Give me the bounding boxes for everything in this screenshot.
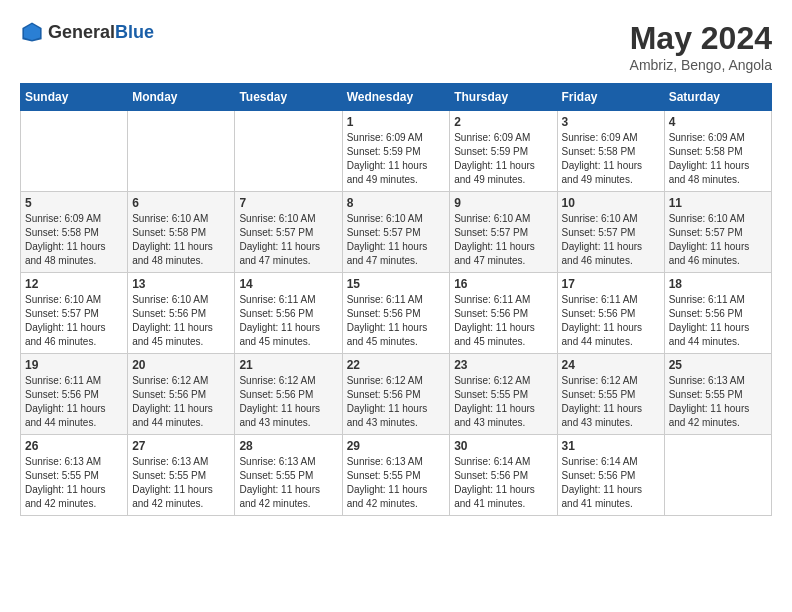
day-number: 14 [239, 277, 337, 291]
calendar-cell: 29Sunrise: 6:13 AM Sunset: 5:55 PM Dayli… [342, 435, 450, 516]
day-info: Sunrise: 6:13 AM Sunset: 5:55 PM Dayligh… [669, 374, 767, 430]
day-info: Sunrise: 6:12 AM Sunset: 5:56 PM Dayligh… [239, 374, 337, 430]
calendar-cell: 23Sunrise: 6:12 AM Sunset: 5:55 PM Dayli… [450, 354, 557, 435]
day-info: Sunrise: 6:10 AM Sunset: 5:57 PM Dayligh… [347, 212, 446, 268]
day-number: 26 [25, 439, 123, 453]
calendar-cell: 22Sunrise: 6:12 AM Sunset: 5:56 PM Dayli… [342, 354, 450, 435]
day-info: Sunrise: 6:13 AM Sunset: 5:55 PM Dayligh… [25, 455, 123, 511]
day-number: 3 [562, 115, 660, 129]
day-number: 31 [562, 439, 660, 453]
col-friday: Friday [557, 84, 664, 111]
day-number: 1 [347, 115, 446, 129]
calendar-week-row: 26Sunrise: 6:13 AM Sunset: 5:55 PM Dayli… [21, 435, 772, 516]
day-number: 11 [669, 196, 767, 210]
day-info: Sunrise: 6:10 AM Sunset: 5:57 PM Dayligh… [25, 293, 123, 349]
day-number: 17 [562, 277, 660, 291]
day-info: Sunrise: 6:11 AM Sunset: 5:56 PM Dayligh… [347, 293, 446, 349]
calendar-cell [664, 435, 771, 516]
calendar-cell: 14Sunrise: 6:11 AM Sunset: 5:56 PM Dayli… [235, 273, 342, 354]
day-info: Sunrise: 6:13 AM Sunset: 5:55 PM Dayligh… [347, 455, 446, 511]
day-number: 24 [562, 358, 660, 372]
calendar-cell: 25Sunrise: 6:13 AM Sunset: 5:55 PM Dayli… [664, 354, 771, 435]
calendar-cell: 16Sunrise: 6:11 AM Sunset: 5:56 PM Dayli… [450, 273, 557, 354]
day-info: Sunrise: 6:09 AM Sunset: 5:59 PM Dayligh… [454, 131, 552, 187]
day-info: Sunrise: 6:13 AM Sunset: 5:55 PM Dayligh… [132, 455, 230, 511]
day-info: Sunrise: 6:09 AM Sunset: 5:58 PM Dayligh… [562, 131, 660, 187]
day-number: 15 [347, 277, 446, 291]
logo-text-general: General [48, 22, 115, 42]
day-number: 28 [239, 439, 337, 453]
calendar-cell: 28Sunrise: 6:13 AM Sunset: 5:55 PM Dayli… [235, 435, 342, 516]
logo-icon [20, 20, 44, 44]
day-info: Sunrise: 6:11 AM Sunset: 5:56 PM Dayligh… [454, 293, 552, 349]
day-info: Sunrise: 6:12 AM Sunset: 5:56 PM Dayligh… [132, 374, 230, 430]
page-header: GeneralBlue May 2024 Ambriz, Bengo, Ango… [20, 20, 772, 73]
calendar: Sunday Monday Tuesday Wednesday Thursday… [20, 83, 772, 516]
calendar-cell: 27Sunrise: 6:13 AM Sunset: 5:55 PM Dayli… [128, 435, 235, 516]
day-info: Sunrise: 6:10 AM Sunset: 5:56 PM Dayligh… [132, 293, 230, 349]
title-area: May 2024 Ambriz, Bengo, Angola [630, 20, 772, 73]
col-saturday: Saturday [664, 84, 771, 111]
calendar-week-row: 5Sunrise: 6:09 AM Sunset: 5:58 PM Daylig… [21, 192, 772, 273]
day-number: 8 [347, 196, 446, 210]
day-number: 4 [669, 115, 767, 129]
day-number: 12 [25, 277, 123, 291]
day-info: Sunrise: 6:10 AM Sunset: 5:57 PM Dayligh… [239, 212, 337, 268]
day-number: 30 [454, 439, 552, 453]
calendar-cell: 10Sunrise: 6:10 AM Sunset: 5:57 PM Dayli… [557, 192, 664, 273]
day-info: Sunrise: 6:10 AM Sunset: 5:58 PM Dayligh… [132, 212, 230, 268]
day-info: Sunrise: 6:10 AM Sunset: 5:57 PM Dayligh… [562, 212, 660, 268]
calendar-cell: 13Sunrise: 6:10 AM Sunset: 5:56 PM Dayli… [128, 273, 235, 354]
day-number: 18 [669, 277, 767, 291]
day-number: 7 [239, 196, 337, 210]
day-info: Sunrise: 6:11 AM Sunset: 5:56 PM Dayligh… [25, 374, 123, 430]
col-wednesday: Wednesday [342, 84, 450, 111]
day-number: 2 [454, 115, 552, 129]
day-number: 29 [347, 439, 446, 453]
calendar-cell: 19Sunrise: 6:11 AM Sunset: 5:56 PM Dayli… [21, 354, 128, 435]
day-info: Sunrise: 6:10 AM Sunset: 5:57 PM Dayligh… [669, 212, 767, 268]
day-info: Sunrise: 6:11 AM Sunset: 5:56 PM Dayligh… [669, 293, 767, 349]
day-number: 5 [25, 196, 123, 210]
calendar-cell: 9Sunrise: 6:10 AM Sunset: 5:57 PM Daylig… [450, 192, 557, 273]
day-number: 6 [132, 196, 230, 210]
logo: GeneralBlue [20, 20, 154, 44]
day-number: 13 [132, 277, 230, 291]
col-sunday: Sunday [21, 84, 128, 111]
calendar-cell: 20Sunrise: 6:12 AM Sunset: 5:56 PM Dayli… [128, 354, 235, 435]
calendar-cell [128, 111, 235, 192]
day-info: Sunrise: 6:12 AM Sunset: 5:55 PM Dayligh… [562, 374, 660, 430]
day-info: Sunrise: 6:10 AM Sunset: 5:57 PM Dayligh… [454, 212, 552, 268]
calendar-cell: 5Sunrise: 6:09 AM Sunset: 5:58 PM Daylig… [21, 192, 128, 273]
day-info: Sunrise: 6:09 AM Sunset: 5:58 PM Dayligh… [669, 131, 767, 187]
calendar-cell: 6Sunrise: 6:10 AM Sunset: 5:58 PM Daylig… [128, 192, 235, 273]
day-number: 10 [562, 196, 660, 210]
calendar-cell: 18Sunrise: 6:11 AM Sunset: 5:56 PM Dayli… [664, 273, 771, 354]
calendar-week-row: 19Sunrise: 6:11 AM Sunset: 5:56 PM Dayli… [21, 354, 772, 435]
day-number: 16 [454, 277, 552, 291]
calendar-cell: 21Sunrise: 6:12 AM Sunset: 5:56 PM Dayli… [235, 354, 342, 435]
day-info: Sunrise: 6:14 AM Sunset: 5:56 PM Dayligh… [562, 455, 660, 511]
calendar-cell [21, 111, 128, 192]
calendar-week-row: 12Sunrise: 6:10 AM Sunset: 5:57 PM Dayli… [21, 273, 772, 354]
calendar-cell: 4Sunrise: 6:09 AM Sunset: 5:58 PM Daylig… [664, 111, 771, 192]
month-title: May 2024 [630, 20, 772, 57]
day-number: 21 [239, 358, 337, 372]
calendar-cell: 15Sunrise: 6:11 AM Sunset: 5:56 PM Dayli… [342, 273, 450, 354]
day-info: Sunrise: 6:12 AM Sunset: 5:55 PM Dayligh… [454, 374, 552, 430]
calendar-cell: 8Sunrise: 6:10 AM Sunset: 5:57 PM Daylig… [342, 192, 450, 273]
calendar-cell: 3Sunrise: 6:09 AM Sunset: 5:58 PM Daylig… [557, 111, 664, 192]
day-number: 27 [132, 439, 230, 453]
calendar-cell: 26Sunrise: 6:13 AM Sunset: 5:55 PM Dayli… [21, 435, 128, 516]
day-number: 22 [347, 358, 446, 372]
day-number: 20 [132, 358, 230, 372]
calendar-cell: 30Sunrise: 6:14 AM Sunset: 5:56 PM Dayli… [450, 435, 557, 516]
calendar-cell: 11Sunrise: 6:10 AM Sunset: 5:57 PM Dayli… [664, 192, 771, 273]
day-number: 23 [454, 358, 552, 372]
calendar-cell: 7Sunrise: 6:10 AM Sunset: 5:57 PM Daylig… [235, 192, 342, 273]
location-title: Ambriz, Bengo, Angola [630, 57, 772, 73]
calendar-week-row: 1Sunrise: 6:09 AM Sunset: 5:59 PM Daylig… [21, 111, 772, 192]
calendar-cell: 24Sunrise: 6:12 AM Sunset: 5:55 PM Dayli… [557, 354, 664, 435]
calendar-cell: 31Sunrise: 6:14 AM Sunset: 5:56 PM Dayli… [557, 435, 664, 516]
calendar-cell: 2Sunrise: 6:09 AM Sunset: 5:59 PM Daylig… [450, 111, 557, 192]
